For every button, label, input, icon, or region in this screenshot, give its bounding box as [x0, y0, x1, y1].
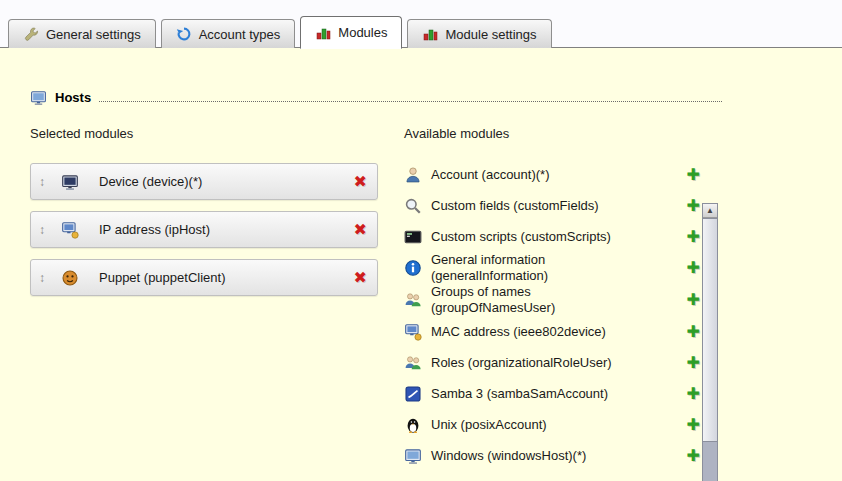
selected-modules-heading: Selected modules: [30, 126, 378, 141]
tab-label: General settings: [46, 27, 141, 42]
section-heading: Hosts: [55, 90, 91, 105]
hosts-section-title: Hosts: [30, 89, 722, 106]
settings-tabbar: General settings Account types Modules M…: [8, 16, 552, 48]
add-module-button[interactable]: ✚: [687, 167, 700, 183]
module-label: Puppet (puppetClient): [85, 270, 354, 285]
available-module-row-groups-of-names: Groups of names (groupOfNamesUser) ✚: [404, 284, 700, 316]
remove-module-button[interactable]: ✖: [354, 270, 367, 286]
drag-handle-icon[interactable]: ↕: [39, 175, 55, 189]
computer-icon: [404, 323, 422, 341]
tab-module-settings[interactable]: Module settings: [407, 19, 551, 48]
selected-module-row-ip-address[interactable]: ↕ IP address (ipHost) ✖: [30, 211, 378, 248]
add-module-button[interactable]: ✚: [687, 355, 700, 371]
scrollbar-track[interactable]: [703, 442, 717, 481]
module-label: Custom fields (customFields): [431, 198, 643, 214]
available-modules-column: Available modules Account (account)(*) ✚…: [404, 126, 700, 471]
available-module-row-custom-fields: Custom fields (customFields) ✚: [404, 190, 700, 221]
available-module-row-mac-address: MAC address (ieee802device) ✚: [404, 316, 700, 347]
module-settings-icon: [422, 26, 438, 42]
modules-panel: Hosts Selected modules ↕ Device (device)…: [0, 47, 842, 481]
module-label: MAC address (ieee802device): [431, 324, 643, 340]
selected-modules-column: Selected modules ↕ Device (device)(*) ✖ …: [30, 126, 378, 307]
module-label: Custom scripts (customScripts): [431, 229, 643, 245]
drag-handle-icon[interactable]: ↕: [39, 271, 55, 285]
add-module-button[interactable]: ✚: [687, 229, 700, 245]
refresh-icon: [176, 26, 192, 42]
available-module-row-roles: Roles (organizationalRoleUser) ✚: [404, 347, 700, 378]
remove-module-button[interactable]: ✖: [354, 222, 367, 238]
remove-module-button[interactable]: ✖: [354, 174, 367, 190]
puppet-icon: [61, 269, 79, 287]
tab-general-settings[interactable]: General settings: [8, 19, 156, 48]
module-label: Unix (posixAccount): [431, 417, 643, 433]
tab-label: Modules: [338, 25, 387, 40]
samba-icon: [404, 385, 422, 403]
available-modules-list: Account (account)(*) ✚ Custom fields (cu…: [404, 159, 700, 471]
modules-icon: [315, 25, 331, 41]
selected-module-row-device[interactable]: ↕ Device (device)(*) ✖: [30, 163, 378, 200]
info-icon: [404, 259, 422, 277]
add-module-button[interactable]: ✚: [687, 198, 700, 214]
magnifier-icon: [404, 197, 422, 215]
module-label: Groups of names (groupOfNamesUser): [431, 284, 643, 316]
tab-modules[interactable]: Modules: [300, 16, 402, 49]
penguin-icon: [404, 416, 422, 434]
add-module-button[interactable]: ✚: [687, 386, 700, 402]
person-icon: [404, 166, 422, 184]
module-label: IP address (ipHost): [85, 222, 354, 237]
module-label: Windows (windowsHost)(*): [431, 448, 643, 464]
add-module-button[interactable]: ✚: [687, 292, 700, 308]
add-module-button[interactable]: ✚: [687, 324, 700, 340]
tab-label: Account types: [199, 27, 281, 42]
available-module-row-custom-scripts: Custom scripts (customScripts) ✚: [404, 221, 700, 252]
add-module-button[interactable]: ✚: [687, 260, 700, 276]
module-label: Account (account)(*): [431, 167, 643, 183]
group-icon: [404, 354, 422, 372]
add-module-button[interactable]: ✚: [687, 417, 700, 433]
tab-label: Module settings: [445, 27, 536, 42]
available-modules-heading: Available modules: [404, 126, 700, 141]
ip-address-icon: [61, 221, 79, 239]
group-icon: [404, 291, 422, 309]
drag-handle-icon[interactable]: ↕: [39, 223, 55, 237]
available-module-row-samba3: Samba 3 (sambaSamAccount) ✚: [404, 378, 700, 409]
lam-configuration-page: General settings Account types Modules M…: [0, 0, 842, 481]
scroll-up-button[interactable]: ▲: [703, 204, 717, 218]
available-module-row-windows: Windows (windowsHost)(*) ✚: [404, 440, 700, 471]
selected-modules-list: ↕ Device (device)(*) ✖ ↕ IP address (ipH…: [30, 163, 378, 296]
available-module-row-general-information: General information (generalInformation)…: [404, 252, 700, 284]
add-module-button[interactable]: ✚: [687, 448, 700, 464]
terminal-icon: [404, 228, 422, 246]
module-label: General information (generalInformation): [431, 252, 643, 284]
windows-icon: [404, 447, 422, 465]
device-icon: [61, 173, 79, 191]
module-label: Device (device)(*): [85, 174, 354, 189]
module-label: Samba 3 (sambaSamAccount): [431, 386, 643, 402]
available-module-row-unix: Unix (posixAccount) ✚: [404, 409, 700, 440]
tab-account-types[interactable]: Account types: [161, 19, 296, 48]
available-modules-scrollbar[interactable]: ▲ ▼: [702, 203, 718, 481]
scrollbar-thumb[interactable]: [703, 218, 717, 442]
wrench-icon: [23, 26, 39, 42]
available-module-row-account: Account (account)(*) ✚: [404, 159, 700, 190]
module-label: Roles (organizationalRoleUser): [431, 355, 643, 371]
dotted-divider: [99, 101, 722, 102]
computer-icon: [30, 89, 47, 106]
selected-module-row-puppet[interactable]: ↕ Puppet (puppetClient) ✖: [30, 259, 378, 296]
